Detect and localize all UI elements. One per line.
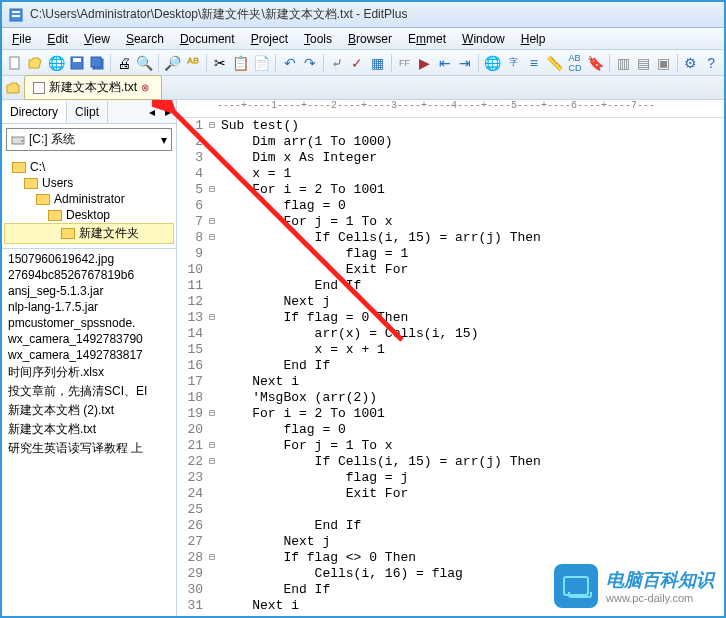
menu-browser[interactable]: Browser [340, 30, 400, 48]
file-item[interactable]: pmcustomer_spssnode. [6, 315, 172, 331]
tb-indent-l[interactable]: ⇤ [436, 53, 454, 73]
code-line[interactable]: 8⊟ If Cells(i, 15) = arr(j) Then [177, 230, 724, 246]
file-item[interactable]: 新建文本文档.txt [6, 420, 172, 439]
tb-v3[interactable]: ▣ [655, 53, 673, 73]
code-line[interactable]: 3 Dim x As Integer [177, 150, 724, 166]
code-line[interactable]: 10 Exit For [177, 262, 724, 278]
menu-edit[interactable]: Edit [39, 30, 76, 48]
sidebar-tab-directory[interactable]: Directory [2, 101, 67, 123]
fold-toggle[interactable]: ⊟ [205, 454, 219, 470]
tb-wordwrap[interactable]: ⤶ [328, 53, 346, 73]
tb-preview[interactable]: 🔍 [135, 53, 154, 73]
fold-toggle[interactable]: ⊟ [205, 438, 219, 454]
code-line[interactable]: 4 x = 1 [177, 166, 724, 182]
file-item[interactable]: 时间序列分析.xlsx [6, 363, 172, 382]
tb-charset[interactable]: 字 [504, 53, 522, 73]
tree-item[interactable]: Desktop [4, 207, 174, 223]
menu-project[interactable]: Project [243, 30, 296, 48]
file-item[interactable]: 新建文本文档 (2).txt [6, 401, 172, 420]
menu-help[interactable]: Help [513, 30, 554, 48]
file-item[interactable]: nlp-lang-1.7.5.jar [6, 299, 172, 315]
tb-openurl[interactable]: 🌐 [47, 53, 66, 73]
code-line[interactable]: 2 Dim arr(1 To 1000) [177, 134, 724, 150]
fold-toggle[interactable]: ⊟ [205, 406, 219, 422]
code-line[interactable]: 26 End If [177, 518, 724, 534]
doctab-active[interactable]: 新建文本文档.txt ⊗ [24, 75, 162, 100]
tb-print[interactable]: 🖨 [115, 53, 133, 73]
code-line[interactable]: 32 [177, 614, 724, 616]
code-line[interactable]: 12 Next j [177, 294, 724, 310]
fold-toggle[interactable]: ⊟ [205, 214, 219, 230]
menu-window[interactable]: Window [454, 30, 513, 48]
file-item[interactable]: wx_camera_1492783817 [6, 347, 172, 363]
tb-find[interactable]: 🔎 [163, 53, 182, 73]
sidebar-tab-left[interactable]: ◂ [144, 105, 160, 119]
menu-document[interactable]: Document [172, 30, 243, 48]
tb-save[interactable] [68, 53, 86, 73]
sidebar-tab-right[interactable]: ▸ [160, 105, 176, 119]
tb-undo[interactable]: ↶ [280, 53, 298, 73]
code-line[interactable]: 17 Next i [177, 374, 724, 390]
tb-help[interactable]: ? [702, 53, 720, 73]
tb-sort[interactable]: ABCD [566, 53, 584, 73]
fold-toggle[interactable]: ⊟ [205, 182, 219, 198]
fold-toggle[interactable]: ⊟ [205, 550, 219, 566]
tb-redo[interactable]: ↷ [301, 53, 319, 73]
tb-settings[interactable]: ⚙ [682, 53, 700, 73]
code-line[interactable]: 6 flag = 0 [177, 198, 724, 214]
code-line[interactable]: 27 Next j [177, 534, 724, 550]
tb-exec[interactable]: ▶ [416, 53, 434, 73]
file-item[interactable]: 投文章前，先搞清SCI、EI [6, 382, 172, 401]
code-line[interactable]: 15 x = x + 1 [177, 342, 724, 358]
menu-file[interactable]: File [4, 30, 39, 48]
code-line[interactable]: 18 'MsgBox (arr(2)) [177, 390, 724, 406]
tree-item[interactable]: Administrator [4, 191, 174, 207]
file-item[interactable]: ansj_seg-5.1.3.jar [6, 283, 172, 299]
menu-tools[interactable]: Tools [296, 30, 340, 48]
tb-replace[interactable]: ᴬᴮ [184, 53, 202, 73]
sidebar-tab-cliptext[interactable]: Clipt [67, 101, 108, 123]
code-line[interactable]: 19⊟ For i = 2 To 1001 [177, 406, 724, 422]
code-line[interactable]: 7⊟ For j = 1 To x [177, 214, 724, 230]
close-icon[interactable]: ⊗ [141, 82, 153, 94]
tb-browser[interactable]: 🌐 [483, 53, 502, 73]
code-line[interactable]: 20 flag = 0 [177, 422, 724, 438]
code-line[interactable]: 13⊟ If flag = 0 Then [177, 310, 724, 326]
code-line[interactable]: 16 End If [177, 358, 724, 374]
tb-cut[interactable]: ✂ [211, 53, 229, 73]
tb-paste[interactable]: 📄 [252, 53, 271, 73]
code-line[interactable]: 25 [177, 502, 724, 518]
tb-spell[interactable]: ✓ [348, 53, 366, 73]
code-line[interactable]: 9 flag = 1 [177, 246, 724, 262]
file-item[interactable]: 27694bc8526767819b6 [6, 267, 172, 283]
tree-item[interactable]: Users [4, 175, 174, 191]
code-line[interactable]: 14 arr(x) = Cells(i, 15) [177, 326, 724, 342]
code-line[interactable]: 11 End If [177, 278, 724, 294]
file-item[interactable]: 研究生英语读写译教程 上 [6, 439, 172, 458]
code-line[interactable]: 24 Exit For [177, 486, 724, 502]
tb-bookmark[interactable]: 🔖 [586, 53, 605, 73]
tb-saveall[interactable] [88, 53, 106, 73]
tb-new[interactable] [6, 53, 24, 73]
tb-outline[interactable]: ≡ [525, 53, 543, 73]
fold-toggle[interactable]: ⊟ [205, 118, 219, 134]
tree-item-selected[interactable]: 新建文件夹 [4, 223, 174, 244]
code-line[interactable]: 22⊟ If Cells(i, 15) = arr(j) Then [177, 454, 724, 470]
code-area[interactable]: 1⊟Sub test()2 Dim arr(1 To 1000)3 Dim x … [177, 118, 724, 616]
drive-selector[interactable]: [C:] 系统 ▾ [6, 128, 172, 151]
tb-indent-r[interactable]: ⇥ [456, 53, 474, 73]
editor[interactable]: ----+----1----+----2----+----3----+----4… [177, 100, 724, 616]
tb-column[interactable]: ▦ [368, 53, 386, 73]
tb-copy[interactable]: 📋 [231, 53, 250, 73]
file-item[interactable]: 1507960619642.jpg [6, 251, 172, 267]
tb-open[interactable] [26, 53, 44, 73]
tree-item[interactable]: C:\ [4, 159, 174, 175]
code-line[interactable]: 23 flag = j [177, 470, 724, 486]
tb-v1[interactable]: ▥ [614, 53, 632, 73]
code-line[interactable]: 21⊟ For j = 1 To x [177, 438, 724, 454]
file-item[interactable]: wx_camera_1492783790 [6, 331, 172, 347]
menu-emmet[interactable]: Emmet [400, 30, 454, 48]
fold-toggle[interactable]: ⊟ [205, 230, 219, 246]
tb-ruler[interactable]: 📏 [545, 53, 564, 73]
code-line[interactable]: 1⊟Sub test() [177, 118, 724, 134]
